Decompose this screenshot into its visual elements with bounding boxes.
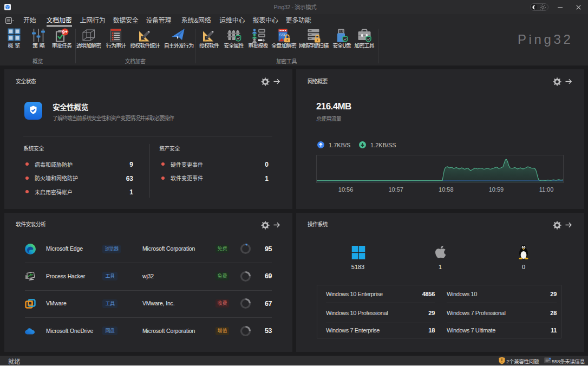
svg-text:9+: 9+ (62, 29, 68, 35)
